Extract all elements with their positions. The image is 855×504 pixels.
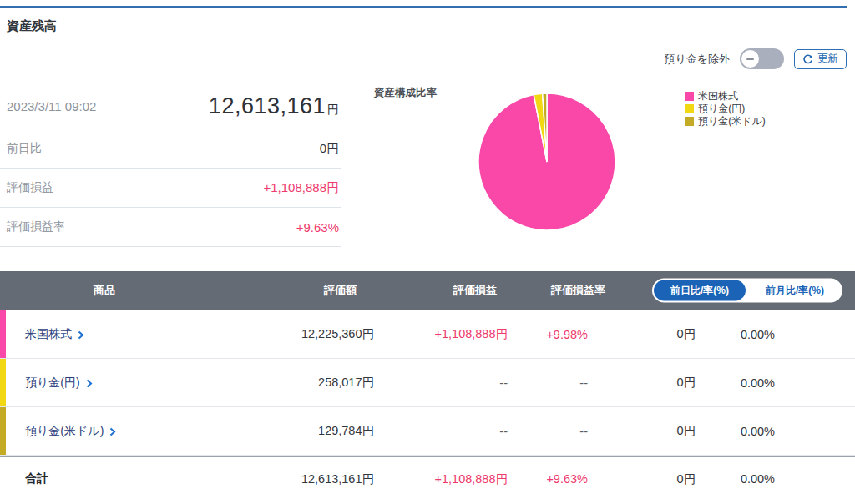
gain-rate-cell: +9.98%	[518, 328, 610, 341]
summary-row-label: 前日比	[7, 141, 42, 156]
product-link[interactable]: 預り金(米ドル)	[25, 424, 104, 439]
product-link[interactable]: 米国株式	[25, 327, 72, 342]
gain-rate-cell: --	[518, 425, 610, 438]
total-gain-rate: +9.63%	[518, 472, 610, 486]
total-row-label: 合計	[0, 471, 209, 486]
table-body: 米国株式12,225,360円+1,108,888円+9.98%0円0.00%預…	[0, 310, 855, 456]
gain-cell: --	[384, 376, 518, 390]
legend-item: 預り金(円)	[685, 103, 766, 114]
refresh-icon	[802, 54, 813, 65]
total-row: 合計 12,613,161円 +1,108,888円 +9.63% 0円 0.0…	[0, 456, 855, 501]
gain-rate-cell: --	[518, 376, 610, 390]
change-cell: 0円	[610, 375, 706, 391]
asset-composition-pie-chart	[476, 91, 618, 233]
gain-cell: +1,108,888円	[384, 326, 518, 342]
asset-balance-page: 資産残高 預り金を除外 更新 2023/3/11 09:02 12,613,16…	[0, 0, 855, 504]
header-gain-rate: 評価損益率	[518, 283, 610, 298]
valuation-cell: 12,225,360円	[209, 326, 384, 342]
table-row: 預り金(米ドル)129,784円----0円0.00%	[0, 407, 855, 456]
change-cell: 0円	[610, 326, 706, 342]
timestamp: 2023/3/11 09:02	[7, 99, 96, 113]
header-gain: 評価損益	[384, 283, 518, 298]
row-color-bar	[0, 310, 6, 358]
chevron-right-icon	[78, 330, 84, 340]
period-month-button[interactable]: 前月比/率(%)	[749, 280, 841, 301]
valuation-cell: 129,784円	[209, 423, 384, 439]
row-color-bar	[0, 359, 6, 406]
summary-row: 評価損益率+9.63%	[0, 208, 341, 247]
table-row: 預り金(円)258,017円----0円0.00%	[0, 359, 855, 407]
chart-title: 資産構成比率	[374, 86, 437, 100]
summary-row-value: 0円	[320, 141, 339, 157]
gain-cell: --	[384, 425, 518, 438]
total-balance-value: 12,613,161	[209, 93, 326, 118]
product-cell: 米国株式	[0, 327, 209, 342]
legend-swatch	[685, 104, 694, 113]
total-balance: 12,613,161円	[209, 93, 339, 119]
exclude-deposits-label: 預り金を除外	[664, 52, 730, 67]
minus-icon	[746, 58, 754, 60]
controls-bar: 預り金を除外 更新	[664, 48, 847, 69]
product-cell: 預り金(円)	[0, 375, 209, 391]
total-valuation: 12,613,161円	[209, 471, 384, 487]
change-cell: 0円	[610, 423, 706, 439]
refresh-label: 更新	[817, 52, 838, 66]
table-row: 米国株式12,225,360円+1,108,888円+9.98%0円0.00%	[0, 310, 855, 359]
period-toggle-group: 前日比/率(%) 前月比/率(%)	[652, 279, 842, 303]
summary-total-row: 2023/3/11 09:02 12,613,161円	[0, 83, 341, 129]
total-balance-unit: 円	[327, 103, 339, 116]
page-title: 資産残高	[7, 18, 57, 34]
summary-panel: 2023/3/11 09:02 12,613,161円 前日比0円評価損益+1,…	[0, 83, 341, 247]
total-change-rate: 0.00%	[706, 472, 785, 486]
exclude-deposits-toggle[interactable]	[740, 48, 784, 69]
row-color-bar	[0, 407, 6, 455]
table-header-row: 商品 評価額 評価損益 評価損益率 前日比/率(%) 前月比/率(%)	[0, 271, 855, 310]
total-gain: +1,108,888円	[384, 471, 518, 487]
summary-row-value: +1,108,888円	[264, 180, 340, 196]
header-valuation: 評価額	[209, 283, 384, 298]
period-day-button[interactable]: 前日比/率(%)	[654, 280, 746, 301]
summary-rows: 前日比0円評価損益+1,108,888円評価損益率+9.63%	[0, 129, 341, 247]
asset-table: 商品 評価額 評価損益 評価損益率 前日比/率(%) 前月比/率(%) 米国株式…	[0, 271, 855, 501]
total-change: 0円	[610, 471, 706, 487]
chevron-right-icon	[86, 379, 93, 388]
product-link[interactable]: 預り金(円)	[25, 375, 80, 391]
summary-row: 評価損益+1,108,888円	[0, 169, 341, 208]
change-rate-cell: 0.00%	[706, 425, 785, 438]
change-rate-cell: 0.00%	[706, 328, 785, 341]
chevron-right-icon	[109, 427, 116, 436]
legend-swatch	[685, 92, 694, 101]
change-rate-cell: 0.00%	[706, 376, 785, 390]
legend-item: 米国株式	[685, 90, 766, 102]
product-cell: 預り金(米ドル)	[0, 424, 209, 439]
legend-swatch	[685, 117, 694, 126]
valuation-cell: 258,017円	[209, 375, 384, 391]
refresh-button[interactable]: 更新	[794, 49, 847, 69]
toggle-knob	[741, 50, 759, 68]
legend-label: 預り金(米ドル)	[698, 114, 766, 129]
summary-row-value: +9.63%	[296, 220, 339, 234]
summary-row-label: 評価損益率	[7, 219, 65, 234]
accent-divider	[0, 6, 847, 8]
pie-legend: 米国株式預り金(円)預り金(米ドル)	[685, 90, 766, 127]
summary-row: 前日比0円	[0, 129, 341, 169]
summary-row-label: 評価損益	[7, 180, 53, 195]
legend-item: 預り金(米ドル)	[685, 115, 766, 127]
header-product: 商品	[0, 283, 209, 298]
